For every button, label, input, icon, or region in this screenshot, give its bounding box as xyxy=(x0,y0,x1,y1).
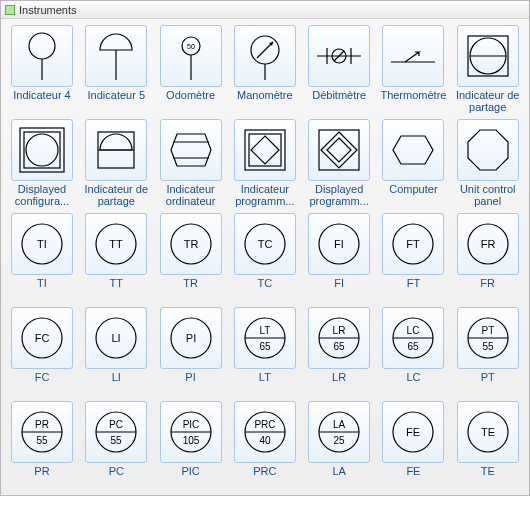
symbol-label-ind-ordi: Indicateur ordinateur xyxy=(157,183,225,207)
la-icon: LA25 xyxy=(311,404,367,460)
symbol-cell-ft: FTFT xyxy=(378,213,448,301)
symbol-label-ind-prog: Indicateur programm... xyxy=(231,183,299,207)
symbol-label-disp-config: Displayed configura... xyxy=(8,183,76,207)
ind-prog-icon xyxy=(237,122,293,178)
symbol-label-fi: FI xyxy=(305,277,373,301)
te-icon: TE xyxy=(460,404,516,460)
symbol-tile-fe[interactable]: FE xyxy=(382,401,444,463)
lr-icon: LR65 xyxy=(311,310,367,366)
symbol-cell-ind-partage2: Indicateur de partage xyxy=(81,119,151,207)
symbol-tile-ti[interactable]: TI xyxy=(11,213,73,275)
ti-icon: TI xyxy=(14,216,70,272)
disp-config-icon xyxy=(14,122,70,178)
symbol-label-ind-partage: Indicateur de partage xyxy=(454,89,522,113)
symbol-tile-ucp[interactable] xyxy=(457,119,519,181)
symbol-cell-lr: LR65LR xyxy=(304,307,374,395)
symbol-tile-thermometre[interactable] xyxy=(382,25,444,87)
symbol-tile-fi[interactable]: FI xyxy=(308,213,370,275)
svg-text:TC: TC xyxy=(258,238,273,250)
symbol-cell-ind-ordi: Indicateur ordinateur xyxy=(156,119,226,207)
symbol-label-fe: FE xyxy=(379,465,447,489)
svg-text:65: 65 xyxy=(408,341,420,352)
fe-icon: FE xyxy=(385,404,441,460)
ind-partage2-icon xyxy=(88,122,144,178)
symbol-tile-computer[interactable] xyxy=(382,119,444,181)
svg-text:FE: FE xyxy=(406,426,420,438)
symbol-tile-indicateur-5[interactable] xyxy=(85,25,147,87)
debitmetre-icon xyxy=(311,28,367,84)
odometre-icon: 50 xyxy=(163,28,219,84)
symbol-label-debitmetre: Débitmètre xyxy=(305,89,373,113)
svg-text:LA: LA xyxy=(333,419,346,430)
thermometre-icon xyxy=(385,28,441,84)
symbol-label-te: TE xyxy=(454,465,522,489)
symbol-tile-li[interactable]: LI xyxy=(85,307,147,369)
symbol-tile-ind-partage2[interactable] xyxy=(85,119,147,181)
svg-text:TT: TT xyxy=(110,238,124,250)
svg-text:PIC: PIC xyxy=(182,419,199,430)
ucp-icon xyxy=(460,122,516,178)
symbol-cell-tt: TTTT xyxy=(81,213,151,301)
symbol-cell-lt: LT65LT xyxy=(230,307,300,395)
symbol-tile-prc[interactable]: PRC40 xyxy=(234,401,296,463)
svg-point-21 xyxy=(26,134,58,166)
svg-text:55: 55 xyxy=(36,435,48,446)
symbol-tile-lc[interactable]: LC65 xyxy=(382,307,444,369)
symbol-label-fr: FR xyxy=(454,277,522,301)
symbol-tile-fc[interactable]: FC xyxy=(11,307,73,369)
svg-text:PR: PR xyxy=(35,419,49,430)
svg-text:FI: FI xyxy=(334,238,344,250)
symbol-tile-debitmetre[interactable] xyxy=(308,25,370,87)
symbol-tile-ind-partage[interactable] xyxy=(457,25,519,87)
symbol-cell-pc: PC55PC xyxy=(81,401,151,489)
svg-text:PT: PT xyxy=(481,325,494,336)
symbol-label-tc: TC xyxy=(231,277,299,301)
symbol-cell-thermometre: Thermomètre xyxy=(378,25,448,113)
symbol-tile-lt[interactable]: LT65 xyxy=(234,307,296,369)
symbol-label-pc: PC xyxy=(82,465,150,489)
svg-text:FC: FC xyxy=(35,332,50,344)
fi-icon: FI xyxy=(311,216,367,272)
pic-icon: PIC105 xyxy=(163,404,219,460)
disp-prog-icon xyxy=(311,122,367,178)
symbol-tile-manometre[interactable] xyxy=(234,25,296,87)
symbol-tile-disp-prog[interactable] xyxy=(308,119,370,181)
symbol-tile-pic[interactable]: PIC105 xyxy=(160,401,222,463)
symbol-tile-lr[interactable]: LR65 xyxy=(308,307,370,369)
symbol-tile-tr[interactable]: TR xyxy=(160,213,222,275)
symbol-label-pic: PIC xyxy=(157,465,225,489)
symbol-cell-disp-config: Displayed configura... xyxy=(7,119,77,207)
tc-icon: TC xyxy=(237,216,293,272)
symbol-cell-pt: PT55PT xyxy=(453,307,523,395)
svg-text:50: 50 xyxy=(187,43,195,50)
symbol-tile-pr[interactable]: PR55 xyxy=(11,401,73,463)
symbol-tile-pc[interactable]: PC55 xyxy=(85,401,147,463)
panel-header: Instruments xyxy=(1,1,529,19)
symbol-label-pt: PT xyxy=(454,371,522,395)
symbol-tile-fr[interactable]: FR xyxy=(457,213,519,275)
svg-text:PC: PC xyxy=(109,419,123,430)
symbol-tile-ind-prog[interactable] xyxy=(234,119,296,181)
svg-marker-33 xyxy=(393,136,433,164)
symbol-cell-odometre: 50Odomètre xyxy=(156,25,226,113)
symbol-label-la: LA xyxy=(305,465,373,489)
symbol-tile-te[interactable]: TE xyxy=(457,401,519,463)
symbol-label-fc: FC xyxy=(8,371,76,395)
pt-icon: PT55 xyxy=(460,310,516,366)
symbol-tile-odometre[interactable]: 50 xyxy=(160,25,222,87)
tr-icon: TR xyxy=(163,216,219,272)
symbol-tile-la[interactable]: LA25 xyxy=(308,401,370,463)
symbol-label-indicateur-5: Indicateur 5 xyxy=(82,89,150,113)
symbol-tile-ft[interactable]: FT xyxy=(382,213,444,275)
symbol-tile-disp-config[interactable] xyxy=(11,119,73,181)
symbol-tile-tc[interactable]: TC xyxy=(234,213,296,275)
symbol-tile-indicateur-4[interactable] xyxy=(11,25,73,87)
symbol-tile-pi[interactable]: PI xyxy=(160,307,222,369)
symbol-tile-pt[interactable]: PT55 xyxy=(457,307,519,369)
symbol-label-manometre: Manomètre xyxy=(231,89,299,113)
ind-ordi-icon xyxy=(163,122,219,178)
symbol-tile-ind-ordi[interactable] xyxy=(160,119,222,181)
symbol-tile-tt[interactable]: TT xyxy=(85,213,147,275)
svg-text:TE: TE xyxy=(481,426,495,438)
manometre-icon xyxy=(237,28,293,84)
